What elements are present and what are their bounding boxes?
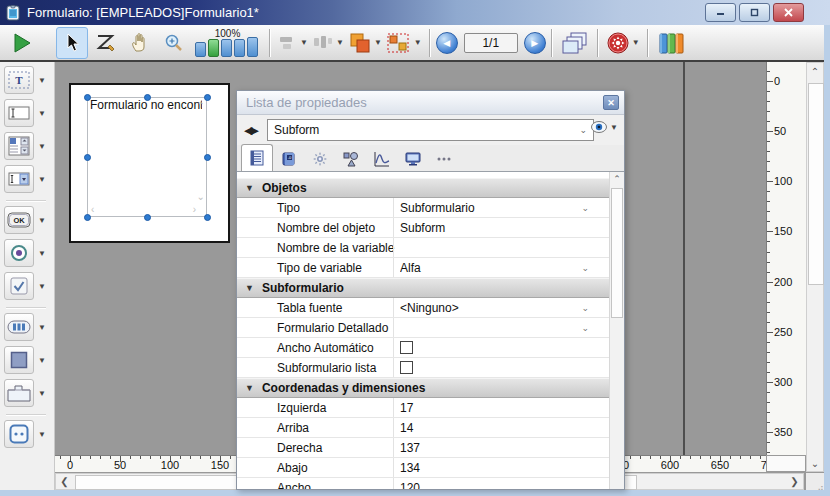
listbox-tool[interactable]: ▼ bbox=[4, 132, 50, 160]
property-row[interactable]: Nombre del objetoSubform bbox=[237, 218, 611, 238]
scroll-up-button[interactable]: ⌃ bbox=[807, 63, 823, 79]
checkbox-tool[interactable]: ▼ bbox=[4, 272, 50, 300]
chevron-down-icon[interactable]: ▼ bbox=[38, 389, 46, 398]
selection-handle-bottom-right[interactable] bbox=[204, 214, 211, 221]
rectangle-tool[interactable]: ▼ bbox=[4, 346, 50, 374]
visibility-options-button[interactable]: ▼ bbox=[591, 121, 618, 133]
panel-title-bar[interactable]: Lista de propiedades ✕ bbox=[237, 91, 624, 115]
group-objects-button[interactable]: ▼ bbox=[385, 27, 423, 59]
chevron-down-icon[interactable]: ▼ bbox=[38, 249, 46, 258]
panel-tab-list[interactable] bbox=[241, 144, 273, 171]
next-page-button[interactable]: ▶ bbox=[524, 32, 546, 54]
panel-tab-monitor[interactable] bbox=[398, 146, 428, 171]
property-value[interactable]: Subform bbox=[400, 221, 580, 235]
chevron-down-icon[interactable]: ▼ bbox=[38, 142, 46, 151]
property-row[interactable]: Ancho120 bbox=[237, 478, 611, 490]
panel-tab-gear[interactable] bbox=[305, 146, 335, 171]
property-row[interactable]: Derecha137 bbox=[237, 438, 611, 458]
vertical-scroll-thumb[interactable] bbox=[808, 83, 824, 285]
minimize-button[interactable] bbox=[705, 3, 736, 22]
property-row[interactable]: Nombre de la variable bbox=[237, 238, 611, 258]
chevron-down-icon[interactable]: ▼ bbox=[38, 175, 46, 184]
execute-form-button[interactable] bbox=[6, 27, 38, 59]
zoom-bars-icon[interactable] bbox=[195, 39, 260, 57]
button-tool[interactable]: OK▼ bbox=[4, 206, 50, 234]
property-value[interactable]: 120 bbox=[400, 481, 580, 490]
subform-object[interactable]: Formulario no encontrado ⌃ ⌄ ‹ › bbox=[87, 97, 207, 217]
selection-handle-bottom-center[interactable] bbox=[144, 214, 151, 221]
explorer-library-button[interactable] bbox=[655, 27, 687, 59]
input-tool[interactable]: ▼ bbox=[4, 99, 50, 127]
selection-handle-top-right[interactable] bbox=[204, 94, 211, 101]
chevron-down-icon[interactable]: ⌄ bbox=[581, 263, 589, 273]
buttonbar-tool[interactable]: ▼ bbox=[4, 313, 50, 341]
chevron-down-icon[interactable]: ▼ bbox=[38, 282, 46, 291]
previous-page-button[interactable]: ◀ bbox=[436, 32, 458, 54]
maximize-button[interactable] bbox=[739, 3, 770, 22]
section-header[interactable]: ▼Coordenadas y dimensiones bbox=[237, 378, 611, 398]
property-row[interactable]: Tipo de variableAlfa⌄ bbox=[237, 258, 611, 278]
panel-tab-curve[interactable] bbox=[367, 146, 397, 171]
section-header[interactable]: ▼Subformulario bbox=[237, 278, 611, 298]
chevron-down-icon[interactable]: ▼ bbox=[38, 109, 46, 118]
property-row[interactable]: Izquierda17 bbox=[237, 398, 611, 418]
panel-tab-book[interactable]: -0 bbox=[274, 146, 304, 171]
property-row[interactable]: TipoSubformulario⌄ bbox=[237, 198, 611, 218]
combobox-tool[interactable]: ▼ bbox=[4, 165, 50, 193]
entry-order-tool-button[interactable] bbox=[90, 27, 122, 59]
panel-scroll-up-icon[interactable]: ⌃ bbox=[610, 174, 624, 184]
layer-objects-button[interactable]: ▼ bbox=[347, 27, 383, 59]
checkbox-unchecked[interactable] bbox=[400, 361, 413, 374]
property-value[interactable]: Alfa bbox=[400, 261, 580, 275]
pan-tool-button[interactable] bbox=[124, 27, 156, 59]
property-row[interactable]: Abajo134 bbox=[237, 458, 611, 478]
chevron-down-icon[interactable]: ⌄ bbox=[581, 323, 589, 333]
property-row[interactable]: Subformulario lista bbox=[237, 358, 611, 378]
selection-handle-mid-right[interactable] bbox=[204, 154, 211, 161]
property-value[interactable]: <Ninguno> bbox=[400, 301, 580, 315]
form-pages-button[interactable] bbox=[559, 27, 591, 59]
zoom-tool-button[interactable] bbox=[158, 27, 190, 59]
property-value[interactable]: 17 bbox=[400, 401, 580, 415]
panel-tab-ellipsis[interactable] bbox=[429, 146, 459, 171]
scroll-left-button[interactable]: ❮ bbox=[56, 474, 73, 489]
property-row[interactable]: Ancho Automático bbox=[237, 338, 611, 358]
distribute-objects-button[interactable]: ▼ bbox=[311, 27, 345, 59]
chevron-down-icon[interactable]: ⌄ bbox=[581, 203, 589, 213]
panel-tab-shapes[interactable] bbox=[336, 146, 366, 171]
text-tool[interactable]: T▼ bbox=[4, 66, 50, 94]
chevron-down-icon[interactable]: ▼ bbox=[38, 356, 46, 365]
section-header[interactable]: ▼Objetos bbox=[237, 178, 611, 198]
pointer-tool-button[interactable] bbox=[56, 27, 88, 59]
plugin-area-tool[interactable]: ▼ bbox=[4, 420, 50, 448]
panel-scroll-thumb[interactable] bbox=[611, 188, 623, 318]
selection-handle-top-left[interactable] bbox=[84, 94, 91, 101]
chevron-down-icon[interactable]: ▼ bbox=[38, 216, 46, 225]
resize-grip[interactable]: ⣠ bbox=[806, 473, 824, 490]
property-value[interactable]: 14 bbox=[400, 421, 580, 435]
property-value[interactable]: 137 bbox=[400, 441, 580, 455]
property-value[interactable]: Subformulario bbox=[400, 201, 580, 215]
panel-close-button[interactable]: ✕ bbox=[603, 95, 619, 110]
tab-control-tool[interactable]: ▼ bbox=[4, 379, 50, 407]
scroll-down-button[interactable]: ⌄ bbox=[807, 455, 823, 471]
chevron-down-icon[interactable]: ⌄ bbox=[581, 303, 589, 313]
radio-tool[interactable]: ▼ bbox=[4, 239, 50, 267]
property-row[interactable]: Formulario Detallado⌄ bbox=[237, 318, 611, 338]
selection-handle-bottom-left[interactable] bbox=[84, 214, 91, 221]
object-selector-dropdown[interactable]: Subform ⌄ bbox=[267, 119, 594, 141]
close-button[interactable] bbox=[773, 3, 804, 22]
object-prev-next-icons[interactable]: ◀▶ bbox=[244, 124, 257, 137]
property-row[interactable]: Tabla fuente<Ninguno>⌄ bbox=[237, 298, 611, 318]
selection-handle-top-center[interactable] bbox=[144, 94, 151, 101]
property-row[interactable]: Arriba14 bbox=[237, 418, 611, 438]
align-objects-button[interactable]: ▼ bbox=[277, 27, 309, 59]
chevron-down-icon[interactable]: ▼ bbox=[38, 323, 46, 332]
zoom-level-control[interactable]: 100% bbox=[195, 29, 260, 57]
chevron-down-icon[interactable]: ▼ bbox=[38, 430, 46, 439]
action-menu-button[interactable]: ▼ bbox=[605, 27, 641, 59]
checkbox-unchecked[interactable] bbox=[400, 341, 413, 354]
vertical-scrollbar[interactable]: ⌃ ⌄ bbox=[806, 62, 824, 472]
scroll-right-button[interactable]: ❯ bbox=[786, 474, 803, 489]
panel-scrollbar[interactable]: ⌃ bbox=[609, 172, 624, 490]
